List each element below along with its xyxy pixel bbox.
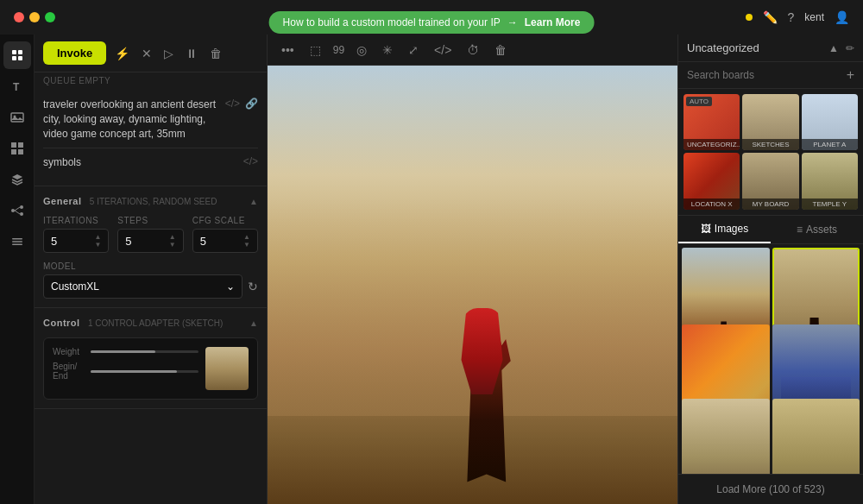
iterations-value: 5: [51, 235, 57, 248]
image-tabs: 🖼 Images ≡ Assets: [678, 216, 863, 244]
board-thumb-location[interactable]: LOCATION X: [683, 153, 740, 209]
control-section-header[interactable]: Control 1 CONTROL ADAPTER (SKETCH) ▲: [43, 317, 258, 329]
notification-arrow: →: [507, 16, 518, 28]
help-icon[interactable]: ?: [788, 10, 795, 24]
cfg-input[interactable]: 5 ▲▼: [192, 229, 258, 253]
sidebar-icon-text[interactable]: T: [3, 72, 31, 100]
delete-canvas-icon[interactable]: 🗑: [491, 40, 510, 60]
code-icon[interactable]: </>: [225, 98, 240, 110]
model-chevron-icon: ⌄: [226, 280, 235, 293]
auto-badge: AUTO: [686, 97, 712, 106]
crop-icon[interactable]: ⬚: [306, 40, 324, 60]
panel-toolbar: Invoke ⚡ ✕ ▷ ⏸ 🗑: [35, 35, 267, 72]
model-label: MODEL: [43, 261, 258, 271]
board-thumb-temple[interactable]: TEMPLE Y: [802, 153, 858, 209]
add-board-button[interactable]: +: [847, 67, 854, 83]
begin-end-fill: [91, 370, 177, 373]
board-thumb-uncateg[interactable]: AUTO UNCATEGORIZ...: [683, 94, 740, 150]
board-label-sketches: SKETCHES: [742, 139, 798, 150]
code-icon-2[interactable]: </>: [243, 155, 258, 167]
general-section-header[interactable]: General 5 ITERATIONS, RANDOM SEED ▲: [43, 195, 258, 207]
user-icon[interactable]: 👤: [835, 10, 849, 24]
svg-rect-17: [12, 241, 22, 243]
image-thumb-5[interactable]: [682, 399, 770, 474]
board-thumb-planet[interactable]: PLANET A: [802, 94, 858, 150]
divider: [43, 148, 258, 148]
sidebar-icon-menu[interactable]: [3, 228, 31, 255]
canvas-count: 99: [333, 44, 344, 56]
sidebar-icon-grid[interactable]: [3, 135, 31, 162]
steps-arrows[interactable]: ▲▼: [169, 233, 176, 249]
svg-rect-7: [11, 142, 16, 148]
svg-point-12: [20, 205, 23, 209]
close-icon[interactable]: ✕: [138, 43, 155, 64]
search-boards-input[interactable]: [687, 69, 841, 81]
more-icon[interactable]: •••: [278, 40, 298, 60]
board-label-location: LOCATION X: [683, 198, 740, 210]
sidebar-icon-nodes[interactable]: [3, 197, 31, 224]
prompt-section: traveler overlooking an ancient desert c…: [35, 89, 267, 186]
model-value: CustomXL: [51, 280, 99, 293]
svg-rect-5: [11, 113, 23, 122]
lightning-icon[interactable]: ⚡: [111, 43, 133, 64]
symbols-text[interactable]: symbols: [43, 155, 238, 170]
lasso-icon[interactable]: ◎: [353, 40, 370, 60]
learn-more-link[interactable]: Learn More: [525, 16, 581, 28]
sidebar-icon-canvas[interactable]: [3, 41, 31, 69]
timer-icon[interactable]: ⏱: [463, 40, 482, 60]
svg-rect-16: [12, 238, 22, 240]
steps-input[interactable]: 5 ▲▼: [117, 229, 183, 253]
username-label: kent: [804, 11, 824, 23]
sidebar-icon-layers[interactable]: [3, 166, 31, 193]
svg-rect-1: [18, 50, 22, 54]
control-section: Control 1 CONTROL ADAPTER (SKETCH) ▲ Wei…: [35, 308, 267, 409]
invoke-button[interactable]: Invoke: [43, 41, 106, 65]
trash-icon[interactable]: 🗑: [206, 43, 225, 64]
minimize-button[interactable]: [29, 12, 40, 22]
model-select[interactable]: CustomXL ⌄: [43, 274, 243, 299]
general-section: General 5 ITERATIONS, RANDOM SEED ▲ ITER…: [35, 186, 267, 308]
play-icon[interactable]: ▷: [161, 43, 177, 64]
cfg-arrows[interactable]: ▲▼: [243, 233, 250, 249]
pen-icon[interactable]: ✏️: [763, 10, 778, 24]
model-refresh-button[interactable]: ↻: [248, 280, 258, 293]
maximize-button[interactable]: [45, 12, 55, 22]
prompt-row-main: traveler overlooking an ancient desert c…: [43, 98, 258, 141]
tab-assets-label: Assets: [806, 224, 837, 236]
tab-assets[interactable]: ≡ Assets: [771, 216, 863, 243]
weight-fill: [91, 350, 155, 353]
pause-icon[interactable]: ⏸: [182, 43, 201, 64]
images-icon: 🖼: [701, 223, 711, 235]
category-chevron-icon[interactable]: ▲: [828, 42, 839, 54]
begin-end-slider[interactable]: [91, 370, 198, 373]
svg-line-14: [15, 207, 20, 211]
link-icon[interactable]: 🔗: [245, 98, 258, 110]
iterations-input[interactable]: 5 ▲▼: [43, 229, 109, 253]
control-subtitle: 1 CONTROL ADAPTER (SKETCH): [88, 318, 223, 328]
expand-icon[interactable]: ⤢: [405, 40, 422, 60]
prompt-text[interactable]: traveler overlooking an ancient desert c…: [43, 98, 220, 141]
board-thumb-sketches[interactable]: SKETCHES: [742, 94, 798, 150]
control-title-row: Control 1 CONTROL ADAPTER (SKETCH): [43, 317, 223, 329]
load-more-button[interactable]: Load More (100 of 523): [678, 474, 863, 504]
svg-rect-18: [12, 244, 22, 246]
weight-slider[interactable]: [91, 350, 198, 353]
iterations-label: ITERATIONS: [43, 216, 109, 225]
image-thumb-6[interactable]: [772, 399, 860, 474]
general-subtitle: 5 ITERATIONS, RANDOM SEED: [90, 197, 217, 206]
asterisk-icon[interactable]: ✳: [379, 40, 396, 60]
category-edit-icon[interactable]: ✏: [846, 42, 854, 54]
main-layout: T: [0, 35, 863, 504]
svg-rect-10: [18, 149, 23, 154]
svg-rect-8: [18, 142, 23, 148]
sidebar-icon-image[interactable]: [3, 104, 31, 131]
model-row: CustomXL ⌄ ↻: [43, 274, 258, 299]
right-panel: Uncategorized ▲ ✏ + AUTO UNCATEGORIZ... …: [677, 35, 863, 504]
tab-images[interactable]: 🖼 Images: [678, 216, 771, 243]
iterations-arrows[interactable]: ▲▼: [94, 233, 101, 249]
code-embed-icon[interactable]: </>: [431, 40, 455, 60]
control-chevron-icon: ▲: [249, 318, 258, 328]
close-button[interactable]: [14, 12, 24, 22]
board-thumb-my-board[interactable]: MY BOARD: [742, 153, 798, 209]
left-panel: Invoke ⚡ ✕ ▷ ⏸ 🗑 QUEUE EMPTY traveler ov…: [35, 35, 268, 504]
